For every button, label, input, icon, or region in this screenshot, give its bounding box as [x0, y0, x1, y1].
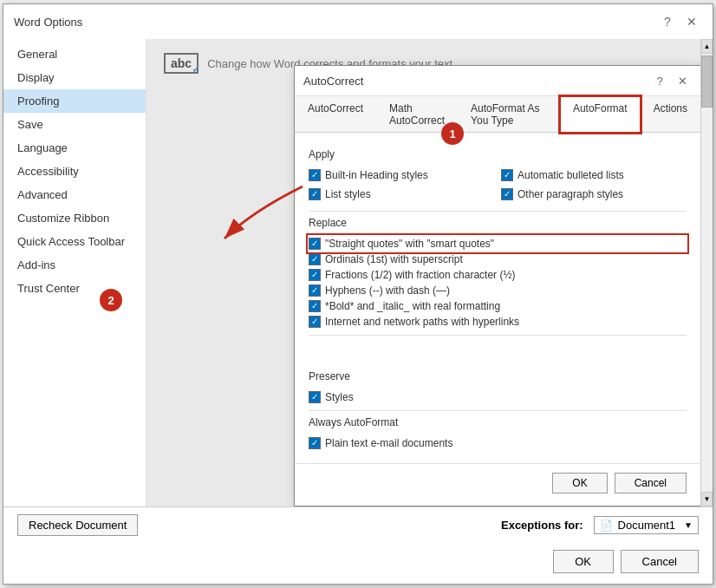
dialog-close-button[interactable]: ✕	[673, 71, 692, 90]
checkbox-built-in-heading-styles[interactable]: Built-in Heading styles	[309, 167, 494, 183]
help-button[interactable]: ?	[657, 11, 678, 32]
checkbox-styles[interactable]: Styles	[309, 389, 687, 405]
word-options-window: Word Options ? ✕ General Display Proofin…	[3, 3, 713, 585]
divider-2	[309, 335, 687, 336]
cancel-button[interactable]: Cancel	[621, 550, 699, 573]
window-title: Word Options	[14, 16, 82, 29]
dialog-title-bar: AutoCorrect ? ✕	[295, 66, 700, 96]
tab-autoformat[interactable]: AutoFormat	[560, 96, 641, 133]
arrow-svg	[199, 178, 311, 247]
sidebar-item-trust-center[interactable]: Trust Center	[3, 277, 146, 300]
tab-autocorrect[interactable]: AutoCorrect	[295, 96, 376, 132]
title-bar-controls: ? ✕	[657, 11, 702, 32]
bottom-bar: Recheck Document Exceptions for: 📄 Docum…	[3, 506, 713, 543]
tab-actions[interactable]: Actions	[641, 96, 700, 132]
bottom-buttons: OK Cancel	[3, 543, 713, 584]
dialog-footer: OK Cancel	[295, 463, 700, 506]
exceptions-label: Exceptions for:	[501, 519, 583, 532]
cb-other-paragraph-styles[interactable]	[501, 188, 513, 200]
content-area: abc ✓ Change how Word corrects and forma…	[146, 39, 700, 506]
doc-icon: 📄	[600, 519, 613, 532]
sidebar-item-accessibility[interactable]: Accessibility	[3, 160, 146, 183]
sidebar-item-general[interactable]: General	[3, 42, 146, 66]
cb-internet-paths[interactable]	[309, 316, 321, 328]
sidebar: General Display Proofing Save Language A…	[3, 39, 146, 506]
sidebar-item-display[interactable]: Display	[3, 66, 146, 89]
sidebar-item-customize-ribbon[interactable]: Customize Ribbon	[3, 206, 146, 230]
select-arrow-icon: ▼	[684, 520, 693, 530]
sidebar-item-language[interactable]: Language	[3, 136, 146, 160]
spacer	[309, 341, 687, 367]
sidebar-item-proofing[interactable]: Proofing	[3, 89, 146, 113]
close-button[interactable]: ✕	[681, 11, 702, 32]
apply-options: Built-in Heading styles Automatic bullet…	[309, 167, 687, 202]
right-layout: abc ✓ Change how Word corrects and forma…	[146, 39, 713, 506]
dialog-title: AutoCorrect	[303, 75, 363, 88]
checkbox-internet-paths[interactable]: Internet and network paths with hyperlin…	[309, 314, 687, 330]
scroll-down-button[interactable]: ▼	[701, 492, 713, 506]
main-content: General Display Proofing Save Language A…	[3, 39, 713, 506]
doc-name: Document1	[618, 519, 675, 532]
recheck-document-button[interactable]: Recheck Document	[17, 514, 138, 536]
apply-section-label: Apply	[309, 148, 687, 160]
checkbox-bold-italic[interactable]: *Bold* and _italic_ with real formatting	[309, 298, 687, 314]
cb-ordinals[interactable]	[309, 253, 321, 265]
checkbox-list-styles[interactable]: List styles	[309, 186, 494, 202]
checkbox-automatic-bulleted-lists[interactable]: Automatic bulleted lists	[501, 167, 687, 183]
scroll-up-button[interactable]: ▲	[701, 39, 713, 54]
dialog-ok-button[interactable]: OK	[552, 473, 607, 493]
cb-hyphens[interactable]	[309, 284, 321, 297]
dialog-cancel-button[interactable]: Cancel	[615, 473, 687, 493]
scrollbar-track: ▲ ▼	[700, 39, 713, 506]
replace-section-label: Replace	[309, 217, 687, 229]
divider-1	[309, 211, 687, 212]
dialog-body: Apply Built-in Heading styles Automatic …	[295, 133, 700, 463]
checkbox-plain-text[interactable]: Plain text e-mail documents	[309, 435, 687, 451]
always-autoformat-label: Always AutoFormat	[309, 416, 687, 428]
annotation-1: 1	[441, 122, 464, 145]
ok-button[interactable]: OK	[553, 550, 614, 573]
dialog-controls: ? ✕	[650, 71, 692, 90]
checkbox-hyphens[interactable]: Hyphens (--) with dash (—)	[309, 283, 687, 298]
scrollbar-thumb[interactable]	[701, 56, 713, 108]
checkbox-ordinals[interactable]: Ordinals (1st) with superscript	[309, 252, 687, 267]
cb-styles[interactable]	[309, 391, 321, 403]
dialog-tabs: AutoCorrect Math AutoCorrect AutoFormat …	[295, 96, 700, 133]
dialog-help-button[interactable]: ?	[650, 71, 669, 90]
cb-bold-italic[interactable]	[309, 300, 321, 312]
tab-autoformat-as-you-type[interactable]: AutoFormat As You Type	[458, 96, 560, 132]
sidebar-item-save[interactable]: Save	[3, 113, 146, 136]
divider-3	[309, 410, 687, 411]
sidebar-item-advanced[interactable]: Advanced	[3, 183, 146, 206]
sidebar-item-add-ins[interactable]: Add-ins	[3, 253, 146, 277]
cb-plain-text[interactable]	[309, 437, 321, 449]
preserve-section-label: Preserve	[309, 370, 687, 382]
checkbox-other-paragraph-styles[interactable]: Other paragraph styles	[501, 186, 687, 202]
document-select[interactable]: 📄 Document1 ▼	[594, 516, 699, 534]
sidebar-item-quick-access-toolbar[interactable]: Quick Access Toolbar	[3, 230, 146, 253]
title-bar: Word Options ? ✕	[3, 4, 713, 39]
cb-automatic-bulleted-lists[interactable]	[501, 169, 513, 181]
autocorrect-dialog: AutoCorrect ? ✕ AutoCorrect Math AutoCor…	[294, 65, 700, 506]
checkbox-straight-quotes[interactable]: "Straight quotes" with "smart quotes"	[309, 236, 687, 252]
cb-fractions[interactable]	[309, 269, 321, 281]
checkbox-fractions[interactable]: Fractions (1/2) with fraction character …	[309, 267, 687, 283]
